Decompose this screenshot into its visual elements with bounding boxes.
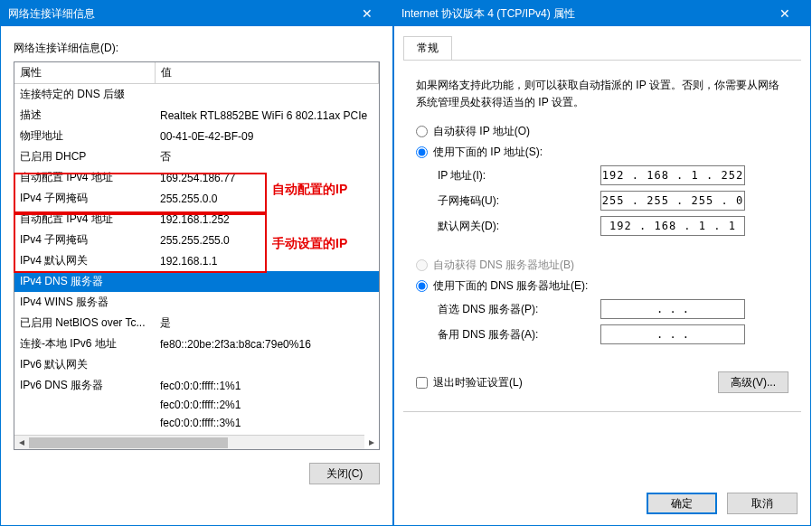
- cell-value: 255.255.255.0: [155, 230, 379, 250]
- cell-property: 描述: [14, 105, 155, 126]
- radio-use-ip[interactable]: 使用下面的 IP 地址(S):: [416, 145, 788, 160]
- input-gateway[interactable]: 192 . 168 . 1 . 1: [600, 216, 745, 236]
- label-ip: IP 地址(I):: [438, 168, 600, 183]
- label-gateway: 默认网关(D):: [438, 219, 600, 234]
- cancel-button[interactable]: 取消: [727, 493, 798, 514]
- close-icon[interactable]: ✕: [349, 1, 385, 26]
- table-row[interactable]: IPv4 子网掩码255.255.0.0: [14, 188, 379, 209]
- close-button[interactable]: 关闭(C): [309, 463, 380, 484]
- cell-value: 169.254.186.77: [155, 167, 379, 188]
- table-row[interactable]: 连接-本地 IPv6 地址fe80::20be:2f3a:b8ca:79e0%1…: [14, 333, 379, 354]
- table-row[interactable]: IPv4 子网掩码255.255.255.0: [14, 230, 379, 250]
- details-table: 属性 值 连接特定的 DNS 后缀描述Realtek RTL8852BE WiF…: [14, 62, 379, 432]
- cell-value: [155, 354, 379, 375]
- checkbox-validate-input[interactable]: [416, 377, 428, 389]
- advanced-button[interactable]: 高级(V)...: [718, 371, 788, 393]
- radio-use-ip-input[interactable]: [416, 146, 428, 158]
- separator: [403, 411, 801, 412]
- close-icon[interactable]: ✕: [767, 1, 803, 26]
- cell-property: IPv4 WINS 服务器: [14, 292, 155, 313]
- cell-value: 否: [155, 146, 379, 167]
- cell-property: 已启用 DHCP: [14, 146, 155, 167]
- label-dns1: 首选 DNS 服务器(P):: [438, 302, 600, 317]
- input-dns1[interactable]: . . .: [600, 299, 745, 319]
- table-row[interactable]: 自动配置 IPv4 地址192.168.1.252: [14, 209, 379, 230]
- cell-property: IPv4 子网掩码: [14, 230, 155, 250]
- cell-value: 192.168.1.1: [155, 250, 379, 271]
- cell-property: 物理地址: [14, 126, 155, 146]
- cell-property: IPv6 默认网关: [14, 354, 155, 375]
- cell-property: 连接特定的 DNS 后缀: [14, 84, 155, 106]
- window-title: Internet 协议版本 4 (TCP/IPv4) 属性: [401, 1, 575, 26]
- scrollbar-thumb[interactable]: [29, 437, 228, 448]
- table-row[interactable]: 描述Realtek RTL8852BE WiFi 6 802.11ax PCIe: [14, 105, 379, 126]
- table-row[interactable]: IPv4 DNS 服务器: [14, 271, 379, 292]
- table-row[interactable]: 自动配置 IPv4 地址169.254.186.77: [14, 167, 379, 188]
- label-mask: 子网掩码(U):: [438, 193, 600, 209]
- description-text: 如果网络支持此功能，则可以获取自动指派的 IP 设置。否则，你需要从网络系统管理…: [416, 77, 788, 111]
- radio-auto-dns: 自动获得 DNS 服务器地址(B): [416, 258, 788, 273]
- cell-value: 00-41-0E-42-BF-09: [155, 126, 379, 146]
- horizontal-scrollbar[interactable]: ◂ ▸: [14, 435, 364, 449]
- table-row[interactable]: IPv6 DNS 服务器fec0:0:0:ffff::1%1: [14, 375, 379, 396]
- radio-auto-dns-label: 自动获得 DNS 服务器地址(B): [433, 258, 574, 273]
- col-value[interactable]: 值: [155, 62, 379, 84]
- cell-value: Realtek RTL8852BE WiFi 6 802.11ax PCIe: [155, 105, 379, 126]
- cell-value: 是: [155, 313, 379, 333]
- radio-use-dns-label: 使用下面的 DNS 服务器地址(E):: [433, 278, 588, 294]
- input-mask[interactable]: 255 . 255 . 255 . 0: [600, 191, 745, 211]
- table-row[interactable]: 已启用 NetBIOS over Tc...是: [14, 313, 379, 333]
- col-property[interactable]: 属性: [14, 62, 155, 84]
- table-row[interactable]: IPv6 默认网关: [14, 354, 379, 375]
- cell-value: [155, 84, 379, 106]
- details-table-wrap: 属性 值 连接特定的 DNS 后缀描述Realtek RTL8852BE WiF…: [14, 61, 380, 450]
- table-row[interactable]: fec0:0:0:ffff::3%1: [14, 414, 379, 432]
- cell-value: 192.168.1.252: [155, 209, 379, 230]
- input-dns2[interactable]: . . .: [600, 324, 745, 344]
- cell-property: IPv4 子网掩码: [14, 188, 155, 209]
- details-label: 网络连接详细信息(D):: [14, 41, 380, 56]
- cell-value: fec0:0:0:ffff::1%1: [155, 375, 379, 396]
- table-row[interactable]: IPv4 默认网关192.168.1.1: [14, 250, 379, 271]
- label-dns2: 备用 DNS 服务器(A):: [438, 327, 600, 343]
- scroll-left-icon[interactable]: ◂: [14, 436, 29, 450]
- radio-use-dns[interactable]: 使用下面的 DNS 服务器地址(E):: [416, 278, 788, 294]
- scroll-right-icon[interactable]: ▸: [364, 436, 379, 450]
- ok-button[interactable]: 确定: [647, 493, 717, 514]
- checkbox-validate[interactable]: 退出时验证设置(L): [416, 375, 523, 390]
- cell-property: 已启用 NetBIOS over Tc...: [14, 313, 155, 333]
- cell-value: fec0:0:0:ffff::2%1: [155, 396, 379, 414]
- network-details-window: 网络连接详细信息 ✕ 网络连接详细信息(D): 属性 值 连接特定的 DNS 后…: [0, 0, 393, 526]
- cell-property: 自动配置 IPv4 地址: [14, 167, 155, 188]
- cell-value: [155, 292, 379, 313]
- radio-auto-dns-input: [416, 259, 428, 271]
- table-row[interactable]: 已启用 DHCP否: [14, 146, 379, 167]
- table-row[interactable]: fec0:0:0:ffff::2%1: [14, 396, 379, 414]
- titlebar[interactable]: Internet 协议版本 4 (TCP/IPv4) 属性 ✕: [394, 1, 810, 26]
- window-title: 网络连接详细信息: [8, 1, 95, 26]
- cell-value: [155, 271, 379, 292]
- tab-general[interactable]: 常规: [403, 36, 452, 60]
- cell-value: 255.255.0.0: [155, 188, 379, 209]
- radio-use-ip-label: 使用下面的 IP 地址(S):: [433, 145, 543, 160]
- cell-value: fe80::20be:2f3a:b8ca:79e0%16: [155, 333, 379, 354]
- ipv4-properties-window: Internet 协议版本 4 (TCP/IPv4) 属性 ✕ 常规 如果网络支…: [393, 0, 811, 526]
- cell-property: [14, 396, 155, 414]
- cell-property: [14, 414, 155, 432]
- table-row[interactable]: 连接特定的 DNS 后缀: [14, 84, 379, 106]
- cell-property: 连接-本地 IPv6 地址: [14, 333, 155, 354]
- checkbox-validate-label: 退出时验证设置(L): [433, 375, 523, 390]
- cell-property: IPv4 DNS 服务器: [14, 271, 155, 292]
- table-row[interactable]: IPv4 WINS 服务器: [14, 292, 379, 313]
- radio-auto-ip-input[interactable]: [416, 126, 428, 137]
- cell-value: fec0:0:0:ffff::3%1: [155, 414, 379, 432]
- cell-property: 自动配置 IPv4 地址: [14, 209, 155, 230]
- input-ip[interactable]: 192 . 168 . 1 . 252: [600, 165, 745, 185]
- table-row[interactable]: 物理地址00-41-0E-42-BF-09: [14, 126, 379, 146]
- tab-bar: 常规: [403, 35, 801, 61]
- titlebar[interactable]: 网络连接详细信息 ✕: [1, 1, 392, 26]
- cell-property: IPv4 默认网关: [14, 250, 155, 271]
- cell-property: IPv6 DNS 服务器: [14, 375, 155, 396]
- radio-use-dns-input[interactable]: [416, 280, 428, 292]
- radio-auto-ip[interactable]: 自动获得 IP 地址(O): [416, 124, 788, 139]
